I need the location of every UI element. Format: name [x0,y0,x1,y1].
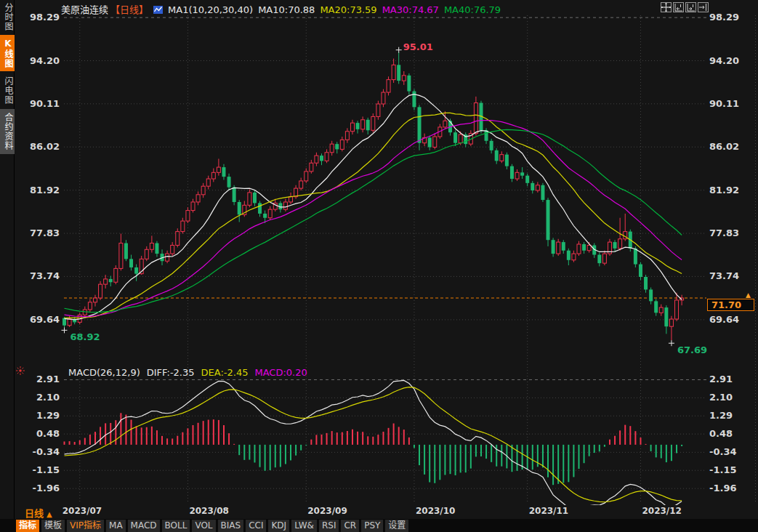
period-tag: 【日线】 [110,4,148,15]
period-selector[interactable]: 日线▲ [25,506,52,520]
macd-axis-label: -1.96 [15,483,60,493]
toolbar-item-6[interactable]: BOLL [162,520,190,532]
macd-axis-label: -1.96 [709,483,754,493]
toolbar-item-7[interactable]: VOL [192,520,215,532]
current-price-tag: 71.70 [707,299,754,311]
toolbar-item-8[interactable]: BIAS [218,520,244,532]
x-axis-month-label: 2023/07 [63,506,102,516]
price-axis-label: 90.11 [15,98,60,109]
price-axis-label: 81.92 [709,185,754,196]
macd-axis-label: 2.91 [709,374,754,384]
price-axis-label: 73.74 [15,270,60,281]
toolbar-item-2[interactable]: 模板 [41,520,65,532]
chart-toolbuttons [661,2,710,16]
ma-group-label: MA1(10,20,30,40) [168,4,253,15]
zoom-out-icon[interactable] [673,2,684,12]
pan-icon[interactable] [661,2,672,12]
macd-axis-label: 2.10 [709,392,754,403]
toolbar-item-12[interactable]: RSI [319,520,339,532]
price-axis-label: 86.02 [15,141,60,152]
sidebar-item-contract-info[interactable]: 合约资料 [0,109,15,154]
toolbar-item-5[interactable]: MACD [128,520,160,532]
macd-header: MACD(26,12,9)DIFF:-2.35DEA:-2.45MACD:0.2… [68,367,314,378]
x-axis-month-label: 2023/08 [189,506,228,516]
period-up-arrow-icon: ▲ [47,510,52,518]
toolbar-item-1[interactable]: 指标 [16,520,39,532]
macd-params-label: MACD(26,12,9) [68,367,140,378]
price-axis-label: 69.64 [15,314,60,325]
toolbar-item-14[interactable]: PSY [361,520,383,532]
macd-axis-label: 0.48 [709,428,754,439]
toolbar-item-13[interactable]: CR [341,520,359,532]
macd-axis-label: -1.15 [709,464,754,475]
price-axis-label: 77.83 [15,227,60,238]
trading-terminal: 分时图 K线图 闪电图 合约资料 美原油连续【日线】MA1(10,20,30,4… [0,0,758,532]
price-axis-label: 86.02 [709,141,754,152]
zoom-in-icon[interactable] [685,2,696,12]
toolbar-item-10[interactable]: KDJ [268,520,289,532]
macd-axis-label: 1.29 [709,410,754,421]
macd-value: MACD:0.20 [254,367,307,378]
move-right-icon[interactable] [698,2,709,12]
macd-dea-value: DEA:-2.45 [201,367,249,378]
toolbar-item-9[interactable]: CCI [246,520,266,532]
price-axis-label: 77.83 [709,227,754,238]
macd-axis-label: -0.34 [709,446,754,457]
ma10-value: MA10:70.88 [258,4,315,15]
price-axis-label: 94.20 [15,55,60,66]
sidebar-item-flash[interactable]: 闪电图 [0,74,12,106]
sidebar: 分时图 K线图 闪电图 合约资料 [0,0,15,532]
price-axis-label: 94.20 [709,55,754,66]
price-axis-label: 73.74 [709,270,754,281]
low-price-annotation: 67.69 [677,344,707,355]
ma40-value: MA40:76.79 [444,4,501,15]
macd-diff-value: DIFF:-2.35 [147,367,195,378]
chart-header: 美原油连续【日线】MA1(10,20,30,40)MA10:70.88MA20:… [61,2,506,14]
bottom-toolbar: 指标模板VIP指标MAMACDBOLLVOLBIASCCIKDJLW&RSICR… [0,519,758,532]
price-axis-label: 90.11 [709,98,754,109]
macd-axis-label: 1.29 [15,410,60,421]
toolbar-item-3[interactable]: VIP指标 [67,520,104,532]
ma20-value: MA20:73.59 [320,4,376,15]
kline-chart[interactable] [0,0,758,532]
sidebar-item-timeshare[interactable]: 分时图 [0,1,12,32]
macd-axis-label: 0.48 [15,428,60,439]
macd-axis-label: -0.34 [15,446,60,457]
toolbar-item-4[interactable]: MA [106,520,126,532]
price-axis-label: 98.29 [15,12,60,23]
x-axis-month-label: 2023/10 [416,506,455,516]
price-axis-label: 69.64 [709,314,754,325]
price-axis-label: 81.92 [15,185,60,196]
x-axis-month-label: 2023/09 [307,506,347,516]
macd-axis-label: 2.10 [15,392,60,403]
toolbar-item-11[interactable]: LW& [291,520,317,532]
indicator-icon[interactable] [153,5,163,13]
sidebar-item-kline[interactable]: K线图 [0,35,15,71]
macd-axis-label: 2.91 [15,374,60,384]
high-price-annotation: 95.01 [403,41,433,52]
x-axis-month-label: 2023/12 [642,506,681,516]
low-price-annotation: 68.92 [70,331,100,342]
symbol-title: 美原油连续 [61,4,108,15]
x-axis-month-label: 2023/11 [529,506,568,516]
toolbar-item-15[interactable]: 设置 [385,520,408,532]
macd-axis-label: -1.15 [15,464,60,475]
price-axis-label: 98.29 [709,12,754,23]
price-up-arrow-icon: ▲ [746,291,751,299]
ma30-value: MA30:74.67 [382,4,439,15]
radar-icon[interactable] [16,364,25,373]
